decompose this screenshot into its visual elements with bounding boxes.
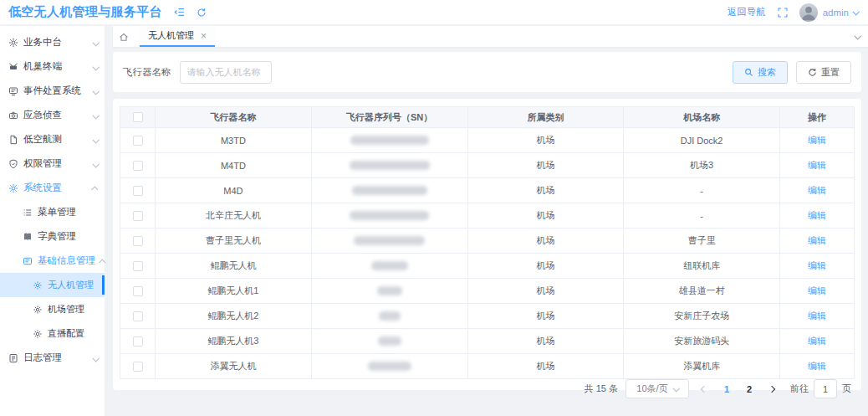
- sidebar-item-low-alt-survey[interactable]: 低空航测: [0, 127, 105, 152]
- drone-name-cell: 鲲鹏无人机3: [156, 329, 312, 353]
- edit-link[interactable]: 编辑: [808, 259, 826, 272]
- document-icon: [8, 135, 18, 145]
- pagination: 共 15 条 10条/页 1 2 前往 页: [120, 379, 855, 398]
- sidebar-item-live-config[interactable]: 直播配置: [0, 321, 105, 346]
- page-number-2[interactable]: 2: [742, 384, 757, 394]
- tabs-dropdown-chevron[interactable]: [854, 33, 860, 39]
- username-label: admin: [823, 8, 849, 18]
- row-checkbox[interactable]: [133, 186, 143, 196]
- drone-name-cell: 鲲鹏无人机: [156, 254, 312, 278]
- sidebar-item-nest-terminal[interactable]: 机巢终端: [0, 54, 105, 79]
- sidebar-item-label: 机场管理: [48, 303, 84, 316]
- sidebar-item-system-settings[interactable]: 系统设置: [0, 176, 105, 200]
- airport-cell: 纽联机库: [624, 254, 780, 278]
- serial-cell: [312, 153, 468, 177]
- row-select-cell: [120, 153, 156, 177]
- serial-cell: [312, 304, 468, 328]
- sidebar-item-menu-mgmt[interactable]: 菜单管理: [0, 200, 105, 224]
- page-number-1[interactable]: 1: [719, 384, 734, 394]
- serial-cell: [312, 254, 468, 278]
- edit-link[interactable]: 编辑: [808, 335, 826, 347]
- serial-cell: [312, 128, 468, 152]
- table-row: 北辛庄无人机 机场 - 编辑: [120, 203, 854, 229]
- search-button[interactable]: 搜索: [733, 61, 788, 84]
- sidebar-item-dict-mgmt[interactable]: 字典管理: [0, 224, 105, 249]
- category-cell: 机场: [468, 279, 625, 303]
- chevron-down-icon: [92, 88, 99, 95]
- table-row: M4TD 机场 机场3 编辑: [120, 153, 854, 178]
- sidebar-item-log-mgmt[interactable]: 日志管理: [0, 346, 105, 370]
- select-all-checkbox[interactable]: [133, 112, 143, 122]
- serial-cell: [312, 229, 468, 253]
- category-cell: 机场: [468, 329, 625, 353]
- tab-drone-management[interactable]: 无人机管理 ×: [140, 26, 215, 47]
- main-area: 无人机管理 × 飞行器名称 搜索 重置: [113, 26, 868, 416]
- sidebar-item-label: 字典管理: [38, 230, 76, 243]
- sidebar-item-basic-info-mgmt[interactable]: 基础信息管理: [0, 249, 105, 273]
- home-icon[interactable]: [119, 32, 129, 42]
- fullscreen-icon[interactable]: [778, 8, 788, 18]
- user-avatar[interactable]: [799, 3, 818, 22]
- edit-link[interactable]: 编辑: [808, 134, 826, 146]
- menu-collapse-icon[interactable]: [174, 7, 185, 18]
- sidebar-item-permission-mgmt[interactable]: 权限管理: [0, 152, 105, 176]
- reset-button[interactable]: 重置: [796, 61, 851, 84]
- sidebar-item-airport-mgmt[interactable]: 机场管理: [0, 297, 105, 321]
- row-checkbox[interactable]: [133, 286, 143, 296]
- sidebar-item-drone-mgmt[interactable]: 无人机管理: [0, 273, 105, 297]
- search-icon: [744, 68, 753, 77]
- chevron-right-icon: [768, 385, 775, 392]
- sidebar-nav: 业务中台 机巢终端 事件处置系统 应急侦查 低空航测 权限管理 系统设置 菜单管…: [0, 26, 105, 416]
- category-cell: 机场: [468, 354, 625, 378]
- aircraft-name-input[interactable]: [180, 61, 272, 84]
- prev-page-button[interactable]: [697, 387, 712, 392]
- sidebar-item-emergency-recon[interactable]: 应急侦查: [0, 103, 105, 127]
- edit-link[interactable]: 编辑: [808, 209, 826, 222]
- edit-link[interactable]: 编辑: [808, 285, 826, 297]
- page-size-select[interactable]: 10条/页: [625, 379, 689, 398]
- edit-link[interactable]: 编辑: [808, 184, 826, 197]
- edit-link[interactable]: 编辑: [808, 310, 826, 322]
- airport-cell: -: [624, 203, 780, 228]
- app-title: 低空无人机管理与服务平台: [8, 4, 162, 20]
- drone-name-cell: 鲲鹏无人机1: [156, 279, 312, 303]
- row-checkbox[interactable]: [133, 136, 143, 146]
- edit-link[interactable]: 编辑: [808, 234, 826, 247]
- goto-suffix-label: 页: [842, 383, 851, 395]
- serial-cell: [312, 203, 468, 228]
- drone-name-cell: 鲲鹏无人机2: [156, 304, 312, 328]
- sidebar-item-label: 事件处置系统: [23, 85, 81, 97]
- redacted-serial: [350, 211, 429, 220]
- next-page-button[interactable]: [764, 387, 779, 392]
- edit-link[interactable]: 编辑: [808, 360, 826, 372]
- table-row: 鲲鹏无人机3 机场 安新旅游码头 编辑: [120, 329, 854, 354]
- back-to-nav-link[interactable]: 返回导航: [728, 6, 766, 18]
- drone-name-cell: 曹子里无人机: [156, 229, 312, 253]
- refresh-icon[interactable]: [197, 8, 207, 18]
- edit-link[interactable]: 编辑: [808, 159, 826, 172]
- airport-cell: 机场3: [624, 153, 780, 177]
- close-icon[interactable]: ×: [201, 31, 207, 41]
- column-header-category: 所属类别: [468, 107, 625, 127]
- redacted-serial: [368, 362, 411, 371]
- row-checkbox[interactable]: [133, 311, 143, 321]
- column-header-name: 飞行器名称: [156, 107, 312, 127]
- reset-button-label: 重置: [821, 66, 840, 79]
- monitor-icon: [8, 86, 18, 96]
- chevron-down-icon: [92, 112, 99, 119]
- sidebar-item-business-center[interactable]: 业务中台: [0, 30, 105, 54]
- row-checkbox[interactable]: [133, 362, 143, 372]
- goto-page-input[interactable]: [814, 379, 837, 398]
- row-checkbox[interactable]: [133, 236, 143, 246]
- table-row: 曹子里无人机 机场 曹子里 编辑: [120, 229, 854, 254]
- sidebar-item-label: 权限管理: [23, 157, 62, 170]
- row-checkbox[interactable]: [133, 336, 143, 347]
- row-select-cell: [120, 304, 156, 328]
- row-checkbox[interactable]: [133, 161, 143, 171]
- username-dropdown[interactable]: admin: [823, 8, 858, 18]
- row-checkbox[interactable]: [133, 261, 143, 271]
- sidebar-item-event-system[interactable]: 事件处置系统: [0, 79, 105, 103]
- airport-cell: -: [624, 178, 780, 203]
- row-checkbox[interactable]: [133, 211, 143, 221]
- gear-icon: [8, 183, 18, 193]
